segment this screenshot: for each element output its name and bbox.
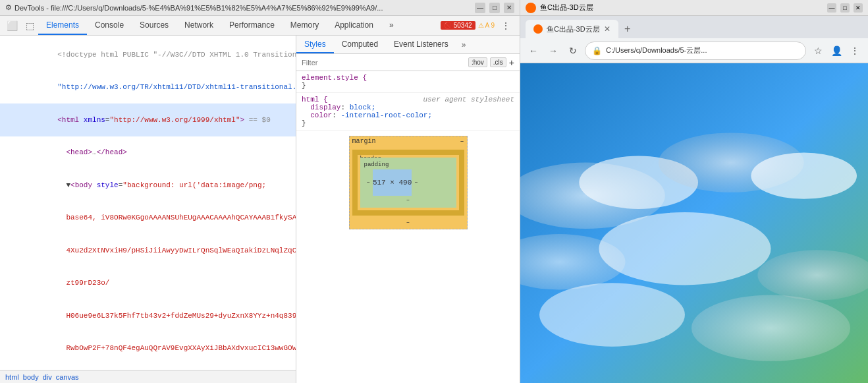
tab-performance[interactable]: Performance [221, 16, 283, 35]
new-tab-button[interactable]: + [618, 20, 637, 38]
svg-point-8 [539, 283, 685, 346]
filter-hov-button[interactable]: :hov [468, 57, 487, 67]
browser-tab-close-icon[interactable]: ✕ [604, 24, 610, 34]
breadcrumb-div[interactable]: div [43, 373, 52, 381]
devtools-panel: ⚙ DevTools - file:///C:/Users/q/Download… [0, 0, 520, 383]
browser-toolbar: ← → ↻ 🔒 C:/Users/q/Downloads/5-云层... ☆ 👤 [520, 38, 868, 63]
refresh-button[interactable]: ↻ [565, 43, 581, 59]
code-line-selected[interactable]: <html xmlns="http://www.w3.org/1999/xhtm… [0, 103, 296, 136]
devtools-tabs: ⬜ ⬚ Elements Console Sources Network Per… [0, 16, 520, 36]
styles-tab-computed[interactable]: Computed [334, 36, 386, 53]
breadcrumb-canvas[interactable]: canvas [56, 373, 79, 381]
tab-console[interactable]: Console [87, 16, 132, 35]
error-count-badge[interactable]: 🚫 50342 [441, 21, 475, 30]
browser-favicon [526, 3, 536, 13]
devtools-title: DevTools - file:///C:/Users/q/Downloads/… [14, 4, 475, 12]
breadcrumb-body[interactable]: body [23, 373, 39, 381]
profile-icon[interactable]: 👤 [828, 43, 844, 59]
tab-memory[interactable]: Memory [283, 16, 327, 35]
styles-tab-more[interactable]: » [456, 36, 472, 53]
browser-content-svg [520, 63, 868, 383]
styles-tab-styles[interactable]: Styles [296, 36, 334, 53]
devtools-settings-icon[interactable]: ⋮ [497, 20, 514, 31]
style-rule-element: element.style { } [296, 71, 520, 93]
styles-content[interactable]: element.style { } html { user agent styl… [296, 71, 520, 383]
box-model-margin: margin – border – padding – [349, 136, 468, 229]
code-line: 4Xu2d2XtNVxiH9/pHSiJiiAwyyDwILrQnSqlWEaQ… [0, 234, 296, 267]
code-line: ▼<body style="background: url('data:imag… [0, 169, 296, 202]
code-line: "http://www.w3.org/TR/xhtml11/DTD/xhtml1… [0, 71, 296, 104]
browser-tab-favicon [533, 24, 543, 34]
browser-tab-bar: 鱼C出品-3D云层 ✕ + [520, 16, 868, 38]
code-line: H06ue9e6L37k5Fhf7tb43v2+fddZeMUs29+dyuZx… [0, 299, 296, 332]
code-line: base64, iV8ORw0KGgoAAAANSUhEUgAAACAAAAhQ… [0, 202, 296, 235]
devtools-titlebar: ⚙ DevTools - file:///C:/Users/q/Download… [0, 0, 520, 16]
styles-tab-event-listeners[interactable]: Event Listeners [386, 36, 456, 53]
devtools-dock-icon[interactable]: ⬜ [3, 16, 22, 35]
browser-minimize[interactable]: — [827, 3, 836, 13]
address-text: C:/Users/q/Downloads/5-云层... [606, 45, 799, 55]
code-line: cCYBAuigBYwldjeMZSF0wKIGr8dKOITYHcICCjqH… [0, 365, 296, 370]
browser-tab[interactable]: 鱼C出品-3D云层 ✕ [526, 20, 618, 38]
close-button[interactable]: ✕ [504, 3, 514, 13]
styles-panel: Styles Computed Event Listeners » :hov [296, 36, 520, 383]
code-line: RwbOwP2F+78nQF4egAuQQrAV9EvgXXAyXiJBbAXd… [0, 332, 296, 365]
maximize-button[interactable]: □ [489, 3, 500, 13]
code-line: zt99rD23o/ [0, 267, 296, 300]
box-model-diagram: margin – border – padding – [296, 131, 520, 235]
address-bar[interactable]: 🔒 C:/Users/q/Downloads/5-云层... [585, 42, 806, 60]
elements-panel: <!doctype html PUBLIC "-//W3C//DTD XHTML… [0, 36, 296, 383]
breadcrumb: html body div canvas [0, 370, 296, 383]
box-model-border: border – padding – 517 × 490 [352, 150, 464, 216]
forward-button[interactable]: → [545, 43, 561, 59]
warning-count-badge[interactable]: ⚠ A 9 [478, 22, 495, 29]
styles-tabs: Styles Computed Event Listeners » [296, 36, 520, 54]
browser-titlebar: 鱼C出品-3D云层 — □ ✕ [520, 0, 868, 16]
bookmark-icon[interactable]: ☆ [810, 43, 826, 59]
breadcrumb-html[interactable]: html [5, 373, 19, 381]
tab-sources[interactable]: Sources [132, 16, 176, 35]
browser-window: 鱼C出品-3D云层 — □ ✕ 鱼C出品-3D云层 ✕ + ← → [520, 0, 868, 383]
browser-titlebar-title: 鱼C出品-3D云层 [540, 3, 827, 13]
style-rule-html: html { user agent stylesheet display: bl… [296, 93, 520, 131]
address-secure-icon: 🔒 [592, 46, 602, 55]
tab-elements[interactable]: Elements [38, 16, 87, 35]
tab-application[interactable]: Application [327, 16, 381, 35]
styles-filter-row: :hov .cls + [296, 54, 520, 71]
elements-code-area[interactable]: <!doctype html PUBLIC "-//W3C//DTD XHTML… [0, 36, 296, 370]
code-line: <head>…</head> [0, 136, 296, 169]
browser-maximize[interactable]: □ [840, 3, 850, 13]
svg-point-6 [599, 212, 771, 285]
devtools-icon: ⚙ [5, 3, 12, 12]
browser-close[interactable]: ✕ [854, 3, 863, 13]
code-line: <!doctype html PUBLIC "-//W3C//DTD XHTML… [0, 38, 296, 71]
svg-point-4 [751, 153, 857, 199]
browser-menu-icon[interactable]: ⋮ [847, 43, 863, 59]
svg-point-9 [692, 295, 850, 361]
browser-content [520, 63, 868, 383]
filter-add-button[interactable]: + [509, 57, 514, 68]
back-button[interactable]: ← [526, 43, 541, 59]
tab-network[interactable]: Network [176, 16, 221, 35]
box-model-content: 517 × 490 [373, 169, 412, 196]
box-model-padding: padding – 517 × 490 – – [360, 158, 456, 208]
styles-filter-input[interactable] [302, 59, 466, 67]
tab-more[interactable]: » [381, 16, 402, 35]
devtools-inspect-icon[interactable]: ⬚ [22, 16, 38, 35]
minimize-button[interactable]: — [475, 3, 485, 13]
filter-cls-button[interactable]: .cls [490, 57, 506, 67]
browser-tab-title: 鱼C出品-3D云层 [547, 24, 600, 34]
